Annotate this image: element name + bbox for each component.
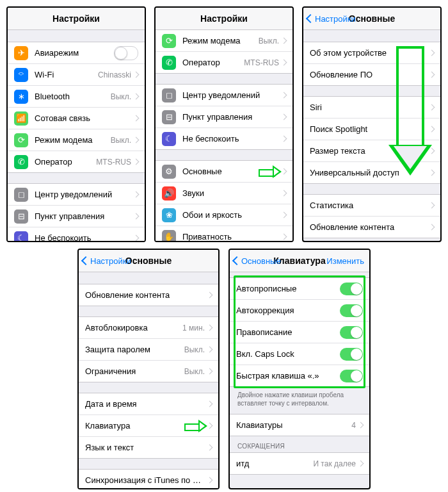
back-button[interactable]: Настройки [83,250,131,272]
row-value: Выкл. [111,136,131,145]
settings-row[interactable]: ⌔Wi-FiChinasski [8,64,145,86]
notifications-icon: ◻ [14,188,28,202]
row-label: Режим модема [182,36,259,45]
settings-row[interactable]: Статистика [303,195,440,217]
edit-button[interactable]: Изменить [326,250,364,272]
row-label: Автопрописные [236,284,340,293]
row-label: Пункт управления [35,211,134,221]
chevron-right-icon [429,72,435,78]
connectivity-group-tail: ⟳Режим модемаВыкл.✆ОператорMTS-RUS [156,30,292,74]
settings-row[interactable]: ⚙Основные [156,161,292,183]
settings-row[interactable]: Обновление контента [79,284,218,306]
settings-row[interactable]: ⊟Пункт управления [8,206,145,227]
row-label: Bluetooth [35,92,111,101]
settings-row[interactable]: Обновление ПО [303,64,440,85]
settings-row[interactable]: 📶Сотовая связь [8,108,145,129]
chevron-right-icon [133,72,140,78]
chevron-right-icon [133,137,140,144]
general-panel: Настройки Основные Об этом устройствеОбн… [302,6,442,242]
settings-row[interactable]: ❀Обои и яркость [156,204,292,226]
settings-row[interactable]: Клавиатура [79,415,218,437]
chevron-right-icon [358,461,364,467]
row-label: Автоблокировка [85,323,182,332]
settings-row[interactable]: ⊟Пункт управления [156,106,292,128]
siri-group: SiriПоиск SpotlightРазмер текстаУниверса… [303,96,440,184]
hotspot-icon: ⟳ [14,133,28,147]
settings-row[interactable]: Размер текста [303,140,440,162]
settings-row[interactable]: 🔊Звуки [156,183,292,204]
settings-row[interactable]: Синхронизация с iTunes по Wi-Fi [79,470,218,489]
wallpaper-icon: ❀ [162,208,176,222]
chevron-right-icon [133,213,140,220]
settings-row[interactable]: Siri [303,97,440,119]
back-button[interactable]: Основные [234,250,281,272]
chevron-right-icon [281,38,287,44]
back-button[interactable]: Настройки [307,8,356,29]
settings-row[interactable]: Вкл. Caps Lock [230,343,369,365]
settings-row[interactable]: ◻Центр уведомлений [8,184,145,206]
row-label: Язык и текст [85,443,207,452]
row-label: Быстрая клавиша «.» [236,371,340,381]
settings-panel-1: Настройки ✈Авиарежим⌔Wi-FiChinasski∗Blue… [6,6,146,242]
settings-row[interactable]: ✆ОператорMTS-RUS [8,151,145,172]
row-label: Оператор [182,58,244,67]
toggle-switch[interactable] [114,46,138,60]
settings-row[interactable]: Об этом устройстве [303,42,440,64]
settings-row[interactable]: Автопрописные [230,278,369,300]
notifications-group: ◻Центр уведомлений⊟Пункт управления☾Не б… [156,84,292,150]
row-label: Основные [182,167,255,176]
settings-row[interactable]: Клавиатуры4 [230,414,369,436]
chevron-right-icon [207,445,213,451]
row-label: Об этом устройстве [310,48,429,58]
settings-row[interactable]: ☾Не беспокоить [8,227,145,242]
settings-row[interactable]: ◻Центр уведомлений [156,85,292,106]
row-value: 1 мин. [182,324,205,332]
carrier-icon: ✆ [162,56,176,70]
settings-row[interactable]: Обновление контента [303,217,440,238]
privacy-icon: ✋ [162,230,176,243]
row-label: Режим модема [35,135,111,145]
row-label: Центр уведомлений [35,190,134,199]
settings-row[interactable]: ☾Не беспокоить [156,128,292,149]
settings-row[interactable]: Универсальный доступ [303,162,440,183]
toggle-switch[interactable] [340,348,363,361]
settings-panel-2: Настройки ⟳Режим модемаВыкл.✆ОператорMTS… [154,6,294,242]
row-label: Обновление ПО [310,70,429,79]
settings-row[interactable]: Правописание [230,322,369,343]
settings-row[interactable]: ✆ОператорMTS-RUS [156,52,292,73]
settings-row[interactable]: Автоблокировка1 мин. [79,317,218,339]
settings-row[interactable]: ⟳Режим модемаВыкл. [156,30,292,52]
row-label: Автокоррекция [236,306,340,315]
settings-row[interactable]: ✈Авиарежим [8,42,145,64]
row-label: Правописание [236,327,340,337]
chevron-right-icon [429,126,435,133]
settings-row[interactable]: ⟳Режим модемаВыкл. [8,129,145,151]
settings-row[interactable]: ОграниченияВыкл. [79,361,218,382]
settings-row[interactable]: Автокоррекция [230,300,369,322]
dnd-icon: ☾ [14,231,28,243]
settings-row[interactable]: итдИ так далее [230,453,369,474]
settings-row[interactable]: Язык и текст [79,437,218,458]
header: Настройки [156,8,292,30]
settings-row[interactable]: Поиск Spotlight [303,119,440,140]
chevron-right-icon [207,368,213,375]
row-label: Обновление контента [310,222,429,232]
settings-row[interactable]: ✋Приватность [156,226,292,242]
row-label: Поиск Spotlight [310,124,429,134]
toggle-switch[interactable] [340,304,363,317]
row-label: Не беспокоить [35,233,134,242]
cellular-icon: 📶 [14,111,28,126]
datetime-group: Дата и времяКлавиатураЯзык и текст [79,393,218,459]
header: Настройки Основные [303,8,440,30]
settings-row[interactable]: Быстрая клавиша «.» [230,365,369,386]
settings-row[interactable]: Защита паролемВыкл. [79,339,218,361]
control-center-icon: ⊟ [162,110,176,124]
chevron-right-icon [133,192,140,198]
toggle-switch[interactable] [340,370,363,382]
toggle-switch[interactable] [340,283,363,295]
settings-row[interactable]: ∗BluetoothВыкл. [8,86,145,108]
control-center-icon: ⊟ [14,209,28,224]
toggle-switch[interactable] [340,326,363,339]
page-title: Настройки [200,13,248,24]
settings-row[interactable]: Дата и время [79,393,218,415]
